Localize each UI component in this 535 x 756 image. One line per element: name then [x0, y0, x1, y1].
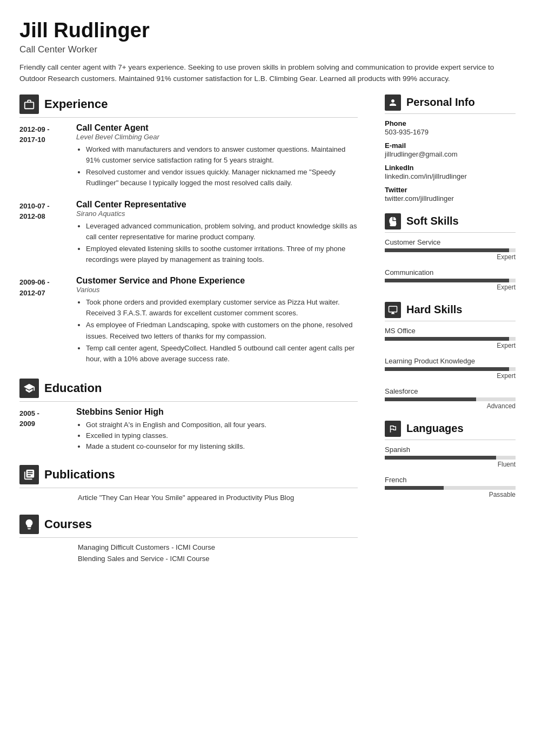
exp-bullets: Took phone orders and provided exemplary… — [86, 297, 358, 364]
exp-company: Sirano Aquatics — [76, 210, 358, 218]
header: Jill Rudlinger Call Center Worker Friend… — [19, 19, 516, 85]
personal-info-icon — [385, 94, 401, 111]
exp-bullet: Temp call center agent, SpeedyCollect. H… — [86, 343, 358, 364]
skill-level: Expert — [385, 284, 516, 291]
publications-icon — [19, 465, 39, 484]
lang-level: Fluent — [385, 461, 516, 468]
skill-bar-container — [385, 337, 516, 341]
exp-company: Level Bevel Climbing Gear — [76, 133, 358, 141]
email-label: E-mail — [385, 141, 516, 150]
exp-dates: 2010-07 -2012-08 — [19, 200, 76, 267]
edu-school: Stebbins Senior High — [76, 407, 358, 417]
skill-bar-fill — [385, 337, 509, 341]
exp-company: Various — [76, 286, 358, 294]
edu-dates: 2005 -2009 — [19, 407, 76, 452]
lang-bar-fill — [385, 486, 444, 490]
experience-label: Experience — [44, 97, 108, 111]
exp-bullet: Resolved customer and vendor issues quic… — [86, 167, 358, 188]
skill-name: Salesforce — [385, 387, 516, 395]
soft-skills-label: Soft Skills — [406, 215, 459, 227]
summary-text: Friendly call center agent with 7+ years… — [19, 62, 516, 85]
course-entry: Managing Difficult Customers - ICMI Cour… — [78, 543, 358, 551]
skill-bar-fill — [385, 367, 509, 371]
education-section-header: Education — [19, 379, 358, 402]
soft-skills-list: Customer Service Expert Communication Ex… — [385, 238, 516, 291]
soft-skills-header: Soft Skills — [385, 213, 516, 233]
exp-bullets: Leveraged advanced communication, proble… — [86, 221, 358, 266]
lang-level: Passable — [385, 491, 516, 498]
courses-icon — [19, 515, 39, 534]
edu-bullets: Got straight A's in English and Composit… — [86, 420, 358, 452]
linkedin-label: LinkedIn — [385, 164, 516, 172]
exp-dates: 2009-06 -2012-07 — [19, 276, 76, 366]
skill-level: Advanced — [385, 402, 516, 410]
lang-name: French — [385, 476, 516, 484]
skill-item: Customer Service Expert — [385, 238, 516, 261]
soft-skills-section: Soft Skills Customer Service Expert Comm… — [385, 213, 516, 291]
skill-bar-container — [385, 367, 516, 371]
skill-name: Customer Service — [385, 238, 516, 246]
skill-item: Salesforce Advanced — [385, 387, 516, 410]
exp-title: Call Center Representative — [76, 200, 358, 210]
experience-list: 2012-09 -2017-10 Call Center Agent Level… — [19, 123, 358, 366]
twitter-value: twitter.com/jillrudlinger — [385, 194, 516, 202]
hard-skills-section: Hard Skills MS Office Expert Learning Pr… — [385, 302, 516, 410]
language-item: French Passable — [385, 476, 516, 498]
education-entry: 2005 -2009 Stebbins Senior High Got stra… — [19, 407, 358, 452]
skill-bar-fill — [385, 279, 509, 282]
lang-bar-container — [385, 486, 516, 490]
exp-content: Call Center Representative Sirano Aquati… — [76, 200, 358, 267]
courses-label: Courses — [44, 517, 92, 531]
personal-info-section: Personal Info Phone 503-935-1679 E-mail … — [385, 94, 516, 202]
languages-label: Languages — [406, 422, 464, 435]
exp-content: Call Center Agent Level Bevel Climbing G… — [76, 123, 358, 190]
publication-entry: Article "They Can Hear You Smile" appear… — [78, 494, 358, 502]
hard-skills-label: Hard Skills — [406, 303, 462, 316]
language-item: Spanish Fluent — [385, 446, 516, 468]
edu-content: Stebbins Senior High Got straight A's in… — [76, 407, 358, 452]
languages-section: Languages Spanish Fluent French Passable — [385, 421, 516, 498]
education-label: Education — [44, 381, 102, 395]
courses-section-header: Courses — [19, 515, 358, 538]
skill-bar-container — [385, 279, 516, 282]
exp-bullet: Leveraged advanced communication, proble… — [86, 221, 358, 242]
edu-bullet: Got straight A's in English and Composit… — [86, 420, 358, 430]
exp-dates: 2012-09 -2017-10 — [19, 123, 76, 190]
soft-skills-icon — [385, 213, 401, 230]
exp-bullet: Employed elevated listening skills to so… — [86, 244, 358, 265]
right-column: Personal Info Phone 503-935-1679 E-mail … — [375, 94, 516, 730]
skill-name: Communication — [385, 268, 516, 276]
exp-bullet: Worked with manufacturers and vendors to… — [86, 144, 358, 166]
personal-info-header: Personal Info — [385, 94, 516, 114]
course-entry: Blending Sales and Service - ICMI Course — [78, 555, 358, 563]
skill-name: MS Office — [385, 327, 516, 335]
hard-skills-list: MS Office Expert Learning Product Knowle… — [385, 327, 516, 410]
left-column: Experience 2012-09 -2017-10 Call Center … — [19, 94, 375, 730]
skill-item: MS Office Expert — [385, 327, 516, 349]
twitter-label: Twitter — [385, 186, 516, 194]
experience-entry: 2012-09 -2017-10 Call Center Agent Level… — [19, 123, 358, 190]
exp-bullet: As employee of Friedman Landscaping, spo… — [86, 320, 358, 341]
skill-name: Learning Product Knowledge — [385, 357, 516, 365]
skill-bar-container — [385, 397, 516, 401]
experience-entry: 2009-06 -2012-07 Customer Service and Ph… — [19, 276, 358, 366]
phone-label: Phone — [385, 119, 516, 127]
lang-bar-fill — [385, 456, 496, 460]
exp-bullets: Worked with manufacturers and vendors to… — [86, 144, 358, 189]
education-list: 2005 -2009 Stebbins Senior High Got stra… — [19, 407, 358, 452]
languages-header: Languages — [385, 421, 516, 440]
skill-bar-fill — [385, 248, 509, 252]
phone-value: 503-935-1679 — [385, 128, 516, 136]
experience-section-header: Experience — [19, 94, 358, 118]
exp-content: Customer Service and Phone Experience Va… — [76, 276, 358, 366]
edu-bullet: Made a student co-counselor for my liste… — [86, 441, 358, 452]
languages-list: Spanish Fluent French Passable — [385, 446, 516, 498]
personal-info-label: Personal Info — [406, 96, 475, 109]
job-title: Call Center Worker — [19, 44, 516, 55]
publications-section-header: Publications — [19, 465, 358, 488]
skill-item: Learning Product Knowledge Expert — [385, 357, 516, 380]
candidate-name: Jill Rudlinger — [19, 19, 516, 42]
experience-icon — [19, 94, 39, 114]
linkedin-value: linkedin.com/in/jillrudlinger — [385, 172, 516, 180]
education-icon — [19, 379, 39, 398]
